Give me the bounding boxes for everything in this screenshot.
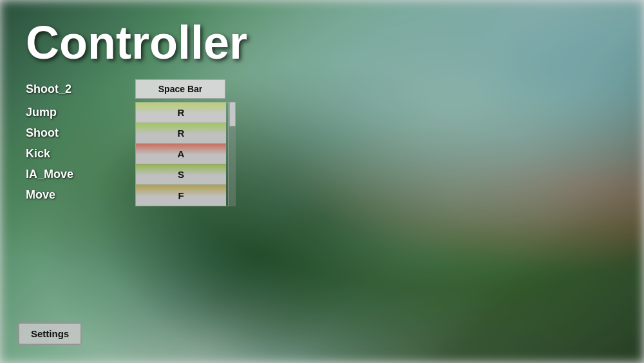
- scrollbar-thumb[interactable]: [229, 102, 236, 126]
- settings-button[interactable]: Settings: [18, 322, 82, 345]
- button-column: R R A S F: [135, 102, 229, 206]
- keybind-row-jump: Jump: [26, 102, 135, 123]
- keybind-row-shoot: Shoot: [26, 123, 135, 143]
- button-column-container: R R A S F: [135, 102, 229, 206]
- scrollbar-track[interactable]: [229, 102, 236, 206]
- keybind-row-move: Move: [26, 184, 135, 205]
- keybind-button-jump[interactable]: R: [136, 103, 226, 123]
- keybind-row-kick: Kick: [26, 143, 135, 164]
- keybindings-area: Shoot_2 Space Bar Jump Shoot Kick IA_Mov…: [26, 79, 322, 206]
- keybind-button-move[interactable]: F: [136, 185, 226, 206]
- keybind-label-shoot: Shoot: [26, 126, 135, 140]
- keybindings-list: Jump Shoot Kick IA_Move Move: [26, 102, 322, 206]
- keybind-row-iamove: IA_Move: [26, 164, 135, 184]
- keybind-label-iamove: IA_Move: [26, 168, 135, 181]
- page-title: Controller: [26, 19, 618, 66]
- keybind-button-kick[interactable]: A: [136, 144, 226, 164]
- keybind-label-jump: Jump: [26, 106, 135, 119]
- keybind-label-kick: Kick: [26, 147, 135, 161]
- keybind-row-shoot2: Shoot_2 Space Bar: [26, 79, 322, 99]
- keybind-button-iamove[interactable]: S: [136, 164, 226, 185]
- keybind-label-move: Move: [26, 188, 135, 202]
- keybind-button-shoot[interactable]: R: [136, 123, 226, 144]
- keybind-label-shoot2: Shoot_2: [26, 83, 135, 96]
- label-column: Jump Shoot Kick IA_Move Move: [26, 102, 135, 206]
- keybind-button-shoot2[interactable]: Space Bar: [135, 79, 225, 99]
